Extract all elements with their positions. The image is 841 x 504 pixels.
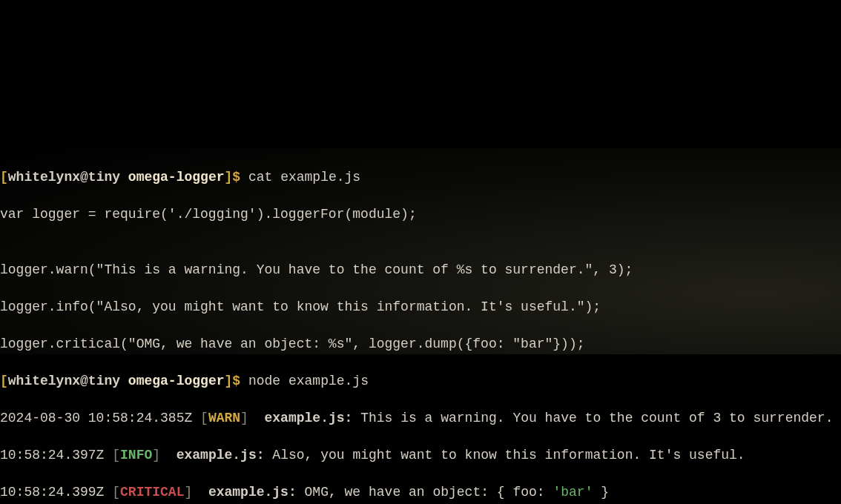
log-timestamp: 2024-08-30 10:58:24.385Z xyxy=(0,411,192,425)
source-line-4: logger.info("Also, you might want to kno… xyxy=(0,298,841,316)
source-line-1: var logger = require('./logging').logger… xyxy=(0,205,841,224)
prompt-line-2: [whitelynx@tiny omega-logger]$ node exam… xyxy=(0,372,841,391)
prompt-cwd: omega-logger xyxy=(128,374,225,388)
level-open-bracket: [ xyxy=(200,411,208,425)
log-timestamp: 10:58:24.399Z xyxy=(0,485,104,500)
colon: : xyxy=(257,448,265,462)
log-message: This is a warning. You have to the count… xyxy=(360,411,833,425)
prompt-dollar: $ xyxy=(232,170,240,185)
log-source: example.js xyxy=(208,485,288,500)
prompt-close-bracket: ] xyxy=(224,374,232,388)
command-1: cat example.js xyxy=(248,170,360,185)
level-close-bracket: ] xyxy=(240,411,248,425)
log-level-critical: CRITICAL xyxy=(120,485,184,500)
log-message-pre: OMG, we have an object: { foo: xyxy=(305,485,553,500)
level-open-bracket: [ xyxy=(112,448,120,462)
log-source: example.js xyxy=(265,411,345,425)
colon: : xyxy=(288,485,297,500)
log-message-post: } xyxy=(593,485,609,500)
source-line-3: logger.warn("This is a warning. You have… xyxy=(0,261,841,279)
prompt-open-bracket: [ xyxy=(0,374,8,388)
command-2: node example.js xyxy=(248,374,369,388)
prompt-open-bracket: [ xyxy=(0,170,8,185)
log-level-info: INFO xyxy=(120,448,152,462)
prompt-cwd: omega-logger xyxy=(128,170,225,185)
level-close-bracket: ] xyxy=(184,485,192,500)
log-timestamp: 10:58:24.397Z xyxy=(0,448,104,462)
prompt-line-1: [whitelynx@tiny omega-logger]$ cat examp… xyxy=(0,168,841,187)
prompt-user-host: whitelynx@tiny xyxy=(8,170,120,185)
terminal-output[interactable]: [whitelynx@tiny omega-logger]$ cat examp… xyxy=(0,150,841,504)
colon: : xyxy=(345,411,353,425)
log-string-literal: 'bar' xyxy=(553,485,593,500)
log-source: example.js xyxy=(177,448,257,462)
source-line-5: logger.critical("OMG, we have an object:… xyxy=(0,335,841,354)
log-line-3: 10:58:24.399Z [CRITICAL] example.js: OMG… xyxy=(0,483,841,502)
prompt-dollar: $ xyxy=(232,374,240,388)
level-open-bracket: [ xyxy=(112,485,120,500)
log-line-2: 10:58:24.397Z [INFO] example.js: Also, y… xyxy=(0,446,841,465)
prompt-close-bracket: ] xyxy=(224,170,232,185)
log-level-warn: WARN xyxy=(208,411,240,425)
log-line-1: 2024-08-30 10:58:24.385Z [WARN] example.… xyxy=(0,409,841,428)
prompt-user-host: whitelynx@tiny xyxy=(8,374,120,388)
level-close-bracket: ] xyxy=(152,448,160,462)
log-message: Also, you might want to know this inform… xyxy=(272,448,745,462)
